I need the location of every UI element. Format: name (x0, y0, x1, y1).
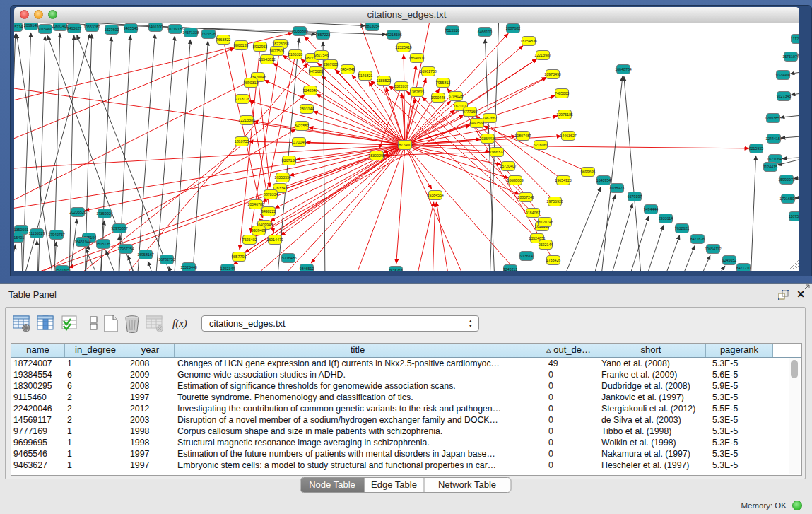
table-row[interactable]: 2242004622012Investigating the contribut… (11, 403, 801, 414)
table-settings-icon[interactable] (13, 314, 31, 333)
table-cell[interactable]: 5.3E-5 (706, 426, 773, 437)
graph-edge[interactable] (37, 240, 38, 271)
graph-edge[interactable] (275, 145, 405, 209)
table-row[interactable]: 946362711997Embryonic stem cells: a mode… (11, 460, 801, 471)
import-table-icon[interactable] (146, 314, 164, 333)
table-cell[interactable]: Nakamura et al. (1997) (596, 448, 706, 460)
table-cell[interactable]: 1 (65, 358, 126, 369)
table-cell[interactable]: 1 (65, 460, 126, 471)
table-cell[interactable]: Stergiakouli et al. (2012) (596, 403, 706, 414)
column-header-pagerank[interactable]: pagerank (706, 344, 773, 357)
graph-edge[interactable] (782, 157, 799, 158)
table-cell[interactable]: 5.3E-5 (706, 460, 773, 471)
table-cell[interactable]: Jankovic et al. (1997) (596, 392, 706, 403)
tab-edge-table[interactable]: Edge Table (364, 478, 423, 492)
table-row[interactable]: 946554611997Estimation of the future num… (11, 448, 801, 460)
graph-edge[interactable] (780, 115, 799, 117)
table-row[interactable]: 911546021997Tourette syndrome. Phenomeno… (11, 392, 801, 403)
table-cell[interactable]: 5.3E-5 (706, 414, 773, 426)
graph-edge[interactable] (174, 40, 190, 271)
table-cell[interactable]: 2009 (126, 369, 175, 380)
graph-edge[interactable] (437, 202, 449, 271)
graph-edge[interactable] (69, 35, 74, 271)
table-cell[interactable]: 19384554 (11, 369, 65, 380)
table-cell[interactable]: 1998 (126, 437, 175, 448)
table-cell[interactable]: Estimation of the future numbers of pati… (175, 448, 541, 460)
graph-edge[interactable] (790, 71, 799, 74)
table-cell[interactable]: 9465546 (11, 448, 65, 460)
table-cell[interactable]: 14569117 (11, 414, 65, 426)
vertical-scrollbar[interactable] (789, 358, 800, 474)
table-cell[interactable]: 0 (541, 460, 596, 471)
table-cell[interactable]: Changes of HCN gene expression and I(f) … (175, 358, 541, 369)
table-cell[interactable]: 1997 (126, 460, 175, 471)
table-cell[interactable]: 5.6E-5 (706, 369, 773, 380)
graph-edge[interactable] (14, 80, 252, 212)
graph-edge[interactable] (192, 41, 208, 271)
table-cell[interactable]: 5.3E-5 (706, 358, 773, 369)
show-columns-icon[interactable] (37, 314, 55, 333)
table-cell[interactable]: 1 (65, 437, 126, 448)
table-cell[interactable]: Corpus callosum shape and size in male p… (175, 426, 541, 437)
table-cell[interactable]: Embryonic stem cells: a model to study s… (175, 460, 541, 471)
graph-edge[interactable] (698, 255, 710, 271)
table-cell[interactable]: 1997 (126, 448, 175, 460)
window-titlebar[interactable]: citations_edges.txt (14, 7, 799, 23)
table-cell[interactable]: Tibbo et al. (1998) (596, 426, 706, 437)
table-cell[interactable]: 22420046 (11, 403, 65, 414)
table-cell[interactable]: Estimation of significance thresholds fo… (175, 380, 541, 392)
tab-node-table[interactable]: Node Table (300, 478, 364, 492)
table-cell[interactable]: 0 (541, 380, 596, 392)
table-cell[interactable]: 2 (65, 403, 126, 414)
table-cell[interactable]: 2 (65, 414, 126, 426)
graph-edge[interactable] (712, 266, 725, 271)
graph-edge[interactable] (14, 33, 293, 106)
graph-edge[interactable] (405, 145, 432, 189)
graph-edge[interactable] (490, 23, 499, 271)
table-row[interactable]: 1830029562008Estimation of significance … (11, 380, 801, 392)
table-cell[interactable]: 2012 (126, 403, 175, 414)
table-cell[interactable]: 0 (541, 426, 596, 437)
graph-edge[interactable] (323, 42, 325, 271)
graph-edge[interactable] (751, 156, 756, 271)
table-cell[interactable]: 0 (541, 403, 596, 414)
table-cell[interactable]: 0 (541, 369, 596, 380)
graph-edge[interactable] (601, 76, 623, 271)
column-header-in_degree[interactable]: in_degree (65, 344, 126, 357)
graph-edge[interactable] (396, 145, 405, 264)
table-cell[interactable]: Genome-wide association studies in ADHD. (175, 369, 541, 380)
table-cell[interactable]: 1 (65, 426, 126, 437)
table-cell[interactable]: 1997 (126, 392, 175, 403)
column-header-title[interactable]: title (175, 344, 541, 357)
table-cell[interactable]: 0 (541, 414, 596, 426)
table-cell[interactable]: Hescheler et al. (1997) (596, 460, 706, 471)
table-cell[interactable]: Structural magnetic resonance image aver… (175, 437, 541, 448)
table-cell[interactable]: 9699695 (11, 437, 65, 448)
table-cell[interactable]: 9115460 (11, 392, 65, 403)
graph-edge[interactable] (14, 145, 405, 170)
function-builder-icon[interactable]: f(x) (172, 314, 191, 333)
table-cell[interactable]: 49 (541, 358, 596, 369)
table-row[interactable]: 969969511998Structural magnetic resonanc… (11, 437, 801, 448)
window-resize-grip[interactable] (789, 260, 799, 269)
graph-edge[interactable] (14, 48, 235, 148)
table-row[interactable]: 1456911722003Disruption of a novel membe… (11, 414, 801, 426)
graph-edge[interactable] (433, 202, 435, 271)
graph-edge[interactable] (416, 202, 434, 271)
table-cell[interactable]: 0 (541, 448, 596, 460)
table-cell[interactable]: 2003 (126, 414, 175, 426)
graph-edge[interactable] (791, 92, 799, 95)
graph-edge[interactable] (148, 261, 155, 271)
table-cell[interactable]: Disruption of a novel member of a sodium… (175, 414, 541, 426)
table-cell[interactable]: Dudbridge et al. (2008) (596, 380, 706, 392)
tab-network-table[interactable]: Network Table (423, 478, 510, 492)
table-cell[interactable]: Wolkin et al. (1998) (596, 437, 706, 448)
scrollbar-thumb[interactable] (791, 360, 798, 378)
table-cell[interactable]: 5.5E-5 (706, 403, 773, 414)
graph-edge[interactable] (645, 225, 664, 271)
table-cell[interactable]: 5.9E-5 (706, 380, 773, 392)
graph-edge[interactable] (680, 245, 695, 271)
network-canvas[interactable]: 1872400718300295117004682671301635355417… (14, 23, 799, 271)
float-panel-icon[interactable] (778, 290, 789, 300)
citation-network-graph[interactable]: 1872400718300295117004682671301635355417… (14, 23, 799, 271)
